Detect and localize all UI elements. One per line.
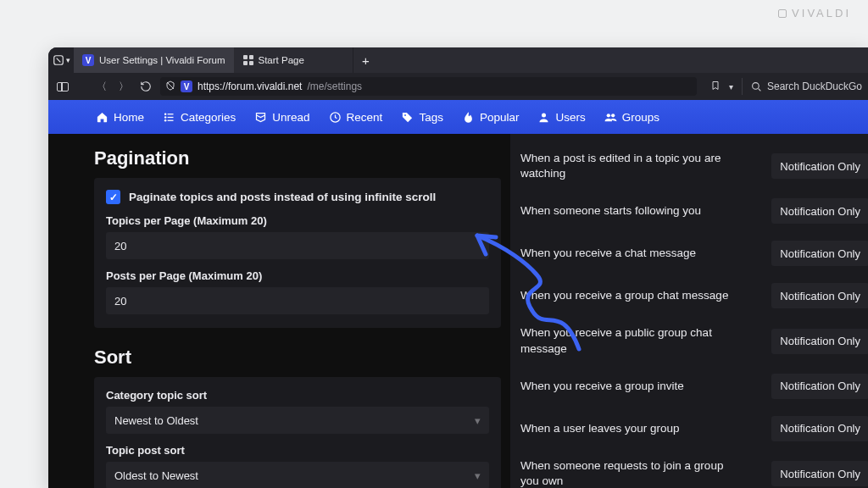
category-sort-label: Category topic sort — [106, 389, 489, 402]
notif-row: When you receive a public group chat mes… — [520, 317, 868, 364]
category-sort-select[interactable]: Newest to Oldest ▾ — [106, 407, 489, 434]
notification-type-select[interactable]: Notification Only — [771, 153, 868, 179]
panel-icon — [57, 82, 69, 92]
notif-row: When someone requests to join a group yo… — [520, 450, 868, 488]
forum-navbar: Home Categories Unread Recent Tags Popul… — [48, 100, 868, 134]
address-bar: 〈 〉 V https://forum.vivaldi.net/me/setti… — [48, 73, 868, 100]
notification-type-select[interactable]: Notification Only — [771, 283, 868, 308]
sort-panel: Category topic sort Newest to Oldest ▾ T… — [94, 377, 501, 488]
nav-recent[interactable]: Recent — [329, 111, 383, 124]
url-path: /me/settings — [307, 80, 362, 92]
notif-row: When a user leaves your group Notificati… — [520, 408, 868, 450]
notification-type-select[interactable]: Notification Only — [771, 461, 868, 486]
nav-users[interactable]: Users — [537, 111, 585, 124]
notification-type-select[interactable]: Notification Only — [771, 198, 868, 224]
tab-strip: ▾ V User Settings | Vivaldi Forum Start … — [48, 47, 868, 73]
svg-point-2 — [164, 113, 167, 115]
svg-rect-3 — [168, 114, 174, 114]
notif-row: When someone starts following you Notifi… — [520, 190, 868, 232]
notification-settings: When a post is edited in a topic you are… — [510, 134, 868, 488]
list-icon — [163, 111, 175, 124]
tab-label: Start Page — [259, 55, 304, 65]
vivaldi-favicon-icon: V — [82, 54, 94, 66]
topic-sort-label: Topic post sort — [106, 444, 489, 457]
topic-sort-select[interactable]: Oldest to Newest ▾ — [106, 462, 489, 488]
notif-row: When a post is edited in a topic you are… — [520, 142, 868, 190]
chevron-down-icon: ▾ — [475, 469, 481, 482]
nav-popular[interactable]: Popular — [462, 111, 520, 124]
svg-point-9 — [404, 114, 406, 116]
tab-label: User Settings | Vivaldi Forum — [99, 55, 225, 65]
notification-type-select[interactable]: Notification Only — [771, 416, 868, 441]
nav-groups[interactable]: Groups — [604, 111, 659, 124]
back-button[interactable]: 〈 — [94, 80, 109, 94]
notif-row: When you receive a chat message Notifica… — [520, 232, 868, 274]
svg-rect-5 — [168, 116, 174, 117]
nav-unread[interactable]: Unread — [254, 111, 309, 124]
search-placeholder: Search DuckDuckGo — [767, 80, 862, 92]
vivaldi-menu-button[interactable]: ▾ — [48, 47, 74, 73]
new-tab-button[interactable]: + — [353, 47, 379, 73]
url-field[interactable]: V https://forum.vivaldi.net/me/settings — [160, 77, 697, 96]
forward-button[interactable]: 〉 — [116, 80, 131, 94]
svg-point-11 — [606, 114, 609, 117]
bookmark-button[interactable] — [710, 80, 721, 94]
nav-tags[interactable]: Tags — [401, 111, 443, 124]
paginate-checkbox[interactable]: ✓ — [106, 190, 120, 204]
svg-point-12 — [611, 114, 615, 117]
chevron-down-icon: ▾ — [66, 56, 70, 64]
url-host: https://forum.vivaldi.net — [198, 80, 302, 92]
svg-rect-7 — [168, 119, 174, 120]
browser-search-input[interactable]: Search DuckDuckGo — [751, 80, 862, 92]
tab-user-settings[interactable]: V User Settings | Vivaldi Forum — [74, 47, 235, 73]
tab-start-page[interactable]: Start Page — [235, 47, 353, 73]
divider — [742, 78, 743, 95]
topics-per-page-input[interactable] — [106, 232, 489, 259]
panel-toggle-button[interactable] — [55, 82, 70, 92]
shield-icon — [165, 80, 175, 93]
posts-per-page-label: Posts per Page (Maximum 20) — [106, 269, 489, 282]
inbox-icon — [254, 111, 267, 124]
chevron-down-icon: ▾ — [475, 414, 481, 427]
browser-window: ▾ V User Settings | Vivaldi Forum Start … — [48, 47, 868, 488]
users-icon — [604, 111, 617, 124]
nav-home[interactable]: Home — [96, 111, 144, 124]
tag-icon — [401, 111, 414, 124]
user-icon — [537, 111, 550, 124]
search-icon — [751, 81, 762, 92]
svg-point-1 — [753, 82, 760, 89]
pagination-panel: ✓ Paginate topics and posts instead of u… — [94, 178, 501, 328]
fire-icon — [462, 111, 475, 124]
settings-content: Pagination ✓ Paginate topics and posts i… — [48, 134, 868, 488]
svg-point-10 — [542, 113, 546, 117]
svg-point-4 — [164, 116, 167, 119]
reload-button[interactable] — [138, 80, 153, 92]
notification-type-select[interactable]: Notification Only — [771, 374, 868, 399]
start-page-icon — [243, 55, 253, 65]
home-icon — [96, 111, 108, 124]
paginate-checkbox-row[interactable]: ✓ Paginate topics and posts instead of u… — [106, 190, 489, 204]
clock-icon — [329, 111, 342, 124]
svg-point-6 — [164, 119, 167, 122]
site-favicon-icon: V — [181, 80, 192, 92]
nav-categories[interactable]: Categories — [163, 111, 236, 124]
posts-per-page-input[interactable] — [106, 287, 489, 314]
paginate-checkbox-label: Paginate topics and posts instead of usi… — [129, 191, 436, 203]
notification-type-select[interactable]: Notification Only — [771, 329, 868, 354]
vivaldi-watermark: VIVALDI — [778, 7, 851, 19]
notif-row: When you receive a group chat message No… — [520, 274, 868, 317]
pagination-heading: Pagination — [94, 147, 510, 169]
notif-row: When you receive a group invite Notifica… — [520, 365, 868, 408]
notification-type-select[interactable]: Notification Only — [771, 241, 868, 266]
settings-left: Pagination ✓ Paginate topics and posts i… — [48, 134, 510, 488]
sort-heading: Sort — [94, 347, 510, 369]
chevron-down-icon[interactable]: ▾ — [729, 82, 733, 92]
topics-per-page-label: Topics per Page (Maximum 20) — [106, 214, 489, 227]
